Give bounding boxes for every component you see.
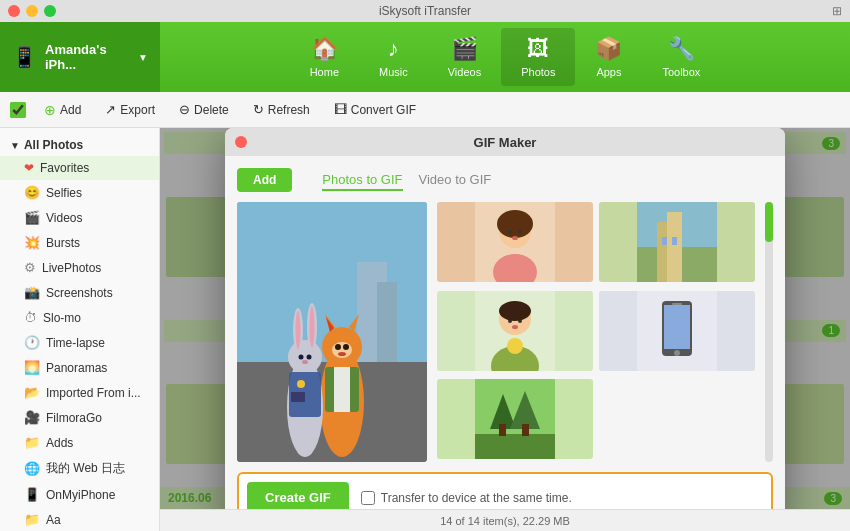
- tab-photos-to-gif[interactable]: Photos to GIF: [322, 170, 402, 191]
- select-all-checkbox[interactable]: [10, 102, 26, 118]
- timelapse-icon: 🕐: [24, 335, 40, 350]
- photo-thumb-5[interactable]: [437, 379, 593, 459]
- svg-point-12: [338, 352, 346, 356]
- sidebar-item-videos[interactable]: 🎬 Videos: [0, 205, 159, 230]
- modal-overlay: GIF Maker Add Photos to GIF Video to GIF: [160, 128, 850, 531]
- sidebar-item-timelapse[interactable]: 🕐 Time-lapse: [0, 330, 159, 355]
- nav-videos[interactable]: 🎬 Videos: [428, 28, 501, 86]
- export-button[interactable]: ↗ Export: [95, 99, 165, 120]
- svg-point-51: [674, 350, 680, 356]
- selfies-icon: 😊: [24, 185, 40, 200]
- svg-point-25: [297, 380, 305, 388]
- nav-toolbox-label: Toolbox: [662, 66, 700, 78]
- convert-gif-button[interactable]: 🎞 Convert GIF: [324, 99, 426, 120]
- svg-point-21: [299, 355, 304, 360]
- modal-scrollbar[interactable]: [765, 202, 773, 462]
- all-photos-header[interactable]: ▼ All Photos: [0, 134, 159, 156]
- modal-tabs: Photos to GIF Video to GIF: [322, 170, 491, 191]
- sidebar-item-panoramas[interactable]: 🌅 Panoramas: [0, 355, 159, 380]
- sidebar-item-filmorago[interactable]: 🎥 FilmoraGo: [0, 405, 159, 430]
- videos-icon: 🎬: [451, 36, 478, 62]
- aa-icon: 📁: [24, 512, 40, 527]
- export-icon: ↗: [105, 102, 116, 117]
- nav-photos-label: Photos: [521, 66, 555, 78]
- photo-thumb-4[interactable]: [599, 291, 755, 371]
- maximize-button[interactable]: [44, 5, 56, 17]
- sidebar-item-onmyiphone[interactable]: 📱 OnMyiPhone: [0, 482, 159, 507]
- svg-rect-57: [499, 424, 506, 436]
- svg-point-47: [499, 301, 531, 321]
- svg-point-16: [288, 340, 322, 374]
- svg-rect-52: [672, 303, 682, 305]
- bursts-icon: 💥: [24, 235, 40, 250]
- traffic-lights: [8, 5, 56, 17]
- top-nav: 📱 Amanda's iPh... ▼ 🏠 Home ♪ Music 🎬 Vid…: [0, 22, 850, 92]
- gif-maker-modal: GIF Maker Add Photos to GIF Video to GIF: [225, 128, 785, 531]
- svg-rect-3: [377, 282, 397, 362]
- svg-point-10: [335, 344, 341, 350]
- svg-rect-14: [334, 367, 350, 412]
- photo-thumb-1[interactable]: [437, 202, 593, 282]
- svg-point-11: [343, 344, 349, 350]
- add-button[interactable]: ⊕ Add: [34, 99, 91, 121]
- modal-title: GIF Maker: [474, 135, 537, 150]
- device-section[interactable]: 📱 Amanda's iPh... ▼: [0, 22, 160, 92]
- sidebar-item-bursts[interactable]: 💥 Bursts: [0, 230, 159, 255]
- nav-home-label: Home: [310, 66, 339, 78]
- nav-home[interactable]: 🏠 Home: [290, 28, 359, 86]
- svg-rect-50: [664, 305, 690, 349]
- svg-rect-54: [475, 434, 555, 459]
- sidebar-item-slomo[interactable]: ⏱ Slo-mo: [0, 305, 159, 330]
- sidebar-item-favorites[interactable]: ❤ Favorites: [0, 156, 159, 180]
- modal-add-button[interactable]: Add: [237, 168, 292, 192]
- sidebar-item-imported[interactable]: 📂 Imported From i...: [0, 380, 159, 405]
- sidebar-item-livephotos[interactable]: ⚙ LivePhotos: [0, 255, 159, 280]
- toolbar: ⊕ Add ↗ Export ⊖ Delete ↻ Refresh 🎞 Conv…: [0, 92, 850, 128]
- sidebar-item-aa[interactable]: 📁 Aa: [0, 507, 159, 531]
- photo-thumb-3[interactable]: [437, 291, 593, 371]
- svg-rect-39: [672, 237, 677, 245]
- nav-videos-label: Videos: [448, 66, 481, 78]
- photos-icon: 🖼: [527, 36, 549, 62]
- imported-icon: 📂: [24, 385, 40, 400]
- modal-titlebar: GIF Maker: [225, 128, 785, 156]
- status-bar: 14 of 14 item(s), 22.29 MB: [160, 509, 850, 531]
- videos-sidebar-icon: 🎬: [24, 210, 40, 225]
- tab-video-to-gif[interactable]: Video to GIF: [419, 170, 492, 191]
- svg-rect-26: [291, 392, 305, 402]
- svg-point-22: [307, 355, 312, 360]
- close-button[interactable]: [8, 5, 20, 17]
- nav-music[interactable]: ♪ Music: [359, 28, 428, 86]
- transfer-checkbox[interactable]: [361, 491, 375, 505]
- device-chevron-icon: ▼: [138, 52, 148, 63]
- photo-thumb-2[interactable]: [599, 202, 755, 282]
- transfer-label: Transfer to device at the same time.: [381, 491, 572, 505]
- sidebar-item-selfies[interactable]: 😊 Selfies: [0, 180, 159, 205]
- content-area: 3 1: [160, 128, 850, 531]
- collapse-icon: ▼: [10, 140, 20, 151]
- nav-photos[interactable]: 🖼 Photos: [501, 28, 575, 86]
- sidebar-item-screenshots[interactable]: 📸 Screenshots: [0, 280, 159, 305]
- nav-apps-label: Apps: [596, 66, 621, 78]
- nav-items: 🏠 Home ♪ Music 🎬 Videos 🖼 Photos 📦 Apps …: [160, 28, 850, 86]
- minimize-button[interactable]: [26, 5, 38, 17]
- nav-apps[interactable]: 📦 Apps: [575, 28, 642, 86]
- modal-close-button[interactable]: [235, 136, 247, 148]
- delete-button[interactable]: ⊖ Delete: [169, 99, 239, 120]
- toolbox-icon: 🔧: [668, 36, 695, 62]
- nav-toolbox[interactable]: 🔧 Toolbox: [642, 28, 720, 86]
- svg-point-23: [302, 360, 308, 364]
- adds-icon: 📁: [24, 435, 40, 450]
- screenshots-icon: 📸: [24, 285, 40, 300]
- sidebar: ▼ All Photos ❤ Favorites 😊 Selfies 🎬 Vid…: [0, 128, 160, 531]
- refresh-button[interactable]: ↻ Refresh: [243, 99, 320, 120]
- scrollbar-thumb: [765, 202, 773, 242]
- status-text: 14 of 14 item(s), 22.29 MB: [440, 515, 570, 527]
- svg-rect-38: [662, 237, 667, 245]
- sidebar-item-adds[interactable]: 📁 Adds: [0, 430, 159, 455]
- transfer-option: Transfer to device at the same time.: [361, 491, 572, 505]
- nav-music-label: Music: [379, 66, 408, 78]
- all-photos-label: All Photos: [24, 138, 83, 152]
- main-layout: ▼ All Photos ❤ Favorites 😊 Selfies 🎬 Vid…: [0, 128, 850, 531]
- sidebar-item-web[interactable]: 🌐 我的 Web 日志: [0, 455, 159, 482]
